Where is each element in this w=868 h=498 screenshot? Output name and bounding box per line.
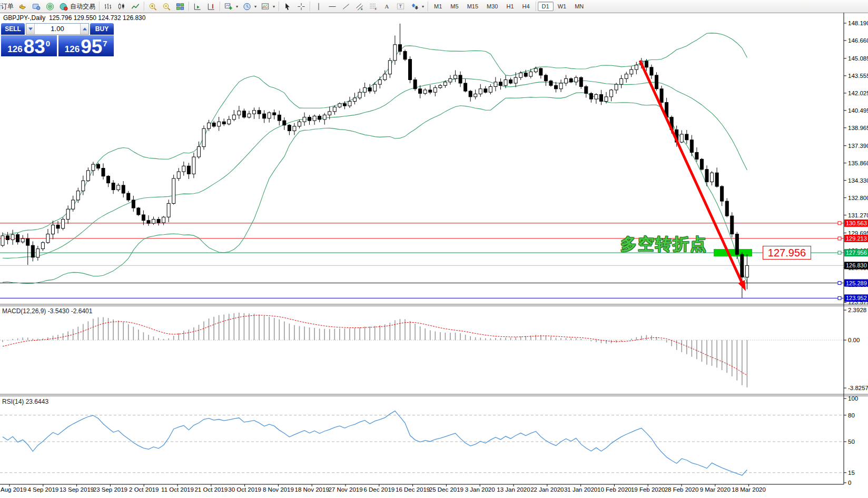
svg-text:132.800: 132.800 [848, 195, 868, 201]
svg-text:2.3928: 2.3928 [848, 307, 866, 313]
svg-text:2 Oct 2019: 2 Oct 2019 [129, 486, 159, 493]
svg-text:31 Jan 2020: 31 Jan 2020 [564, 486, 597, 493]
buy-price-pip: 7 [103, 39, 107, 47]
svg-text:18 Mar 2020: 18 Mar 2020 [732, 486, 766, 493]
highlight-rectangle[interactable] [714, 249, 752, 256]
trend-arrow[interactable] [640, 61, 746, 291]
svg-text:13 Jan 2020: 13 Jan 2020 [497, 486, 530, 493]
sell-price-display[interactable]: 126 83 0 [1, 35, 57, 56]
svg-text:126.830: 126.830 [846, 262, 867, 268]
svg-text:140.495: 140.495 [848, 107, 868, 114]
svg-text:15: 15 [848, 470, 855, 476]
volume-value[interactable]: 1.00 [35, 24, 80, 34]
sell-price-prefix: 126 [7, 45, 22, 54]
svg-text:11 Oct 2019: 11 Oct 2019 [161, 486, 194, 493]
turning-point-annotation[interactable]: 多空转折点 [620, 233, 715, 255]
svg-text:16 Dec 2019: 16 Dec 2019 [396, 486, 430, 493]
macd-label: MACD(12,26,9) -3.5430 -2.6401 [2, 307, 92, 315]
time-axis[interactable]: 26 Aug 20194 Sep 201913 Sep 201923 Sep 2… [0, 484, 766, 493]
volume-stepper: 1.00 [26, 23, 89, 35]
buy-price-display[interactable]: 126 95 7 [58, 35, 114, 56]
volume-increase-button[interactable] [80, 24, 88, 34]
svg-text:22 Jan 2020: 22 Jan 2020 [530, 486, 564, 493]
svg-text:127.956: 127.956 [846, 250, 867, 256]
svg-text:30 Oct 2019: 30 Oct 2019 [228, 486, 261, 493]
svg-text:23 Sep 2019: 23 Sep 2019 [93, 486, 127, 493]
buy-price-prefix: 126 [65, 45, 80, 54]
svg-text:19 Feb 2020: 19 Feb 2020 [631, 486, 665, 493]
svg-text:8 Nov 2019: 8 Nov 2019 [263, 486, 294, 493]
rsi-indicator [0, 411, 844, 475]
svg-text:129.213: 129.213 [846, 235, 867, 242]
volume-decrease-button[interactable] [26, 24, 35, 34]
svg-text:143.555: 143.555 [848, 73, 868, 79]
buy-button[interactable]: BUY [90, 23, 114, 35]
sell-button[interactable]: SELL [1, 23, 25, 35]
svg-text:145.085: 145.085 [848, 55, 868, 62]
triangle-down-icon [28, 28, 33, 31]
buy-price-main: 95 [81, 38, 102, 55]
svg-text:10 Feb 2020: 10 Feb 2020 [597, 486, 632, 493]
svg-text:18 Nov 2019: 18 Nov 2019 [295, 486, 329, 493]
rsi-label: RSI(14) 23.6443 [2, 398, 48, 405]
svg-text:100: 100 [848, 395, 858, 402]
svg-text:125.289: 125.289 [846, 280, 867, 286]
sell-price-pip: 0 [46, 39, 50, 47]
svg-text:26 Aug 2019: 26 Aug 2019 [0, 486, 26, 493]
mt4-terminal: { "toolbar": { "order_label": "新订单", "au… [0, 0, 868, 498]
sell-price-main: 83 [24, 38, 45, 55]
svg-text:148.190: 148.190 [848, 20, 868, 26]
svg-text:0: 0 [848, 480, 851, 486]
svg-text:135.860: 135.860 [848, 160, 868, 166]
svg-text:28 Feb 2020: 28 Feb 2020 [665, 486, 699, 493]
candlestick-series[interactable] [1, 24, 748, 298]
macd-indicator [0, 313, 844, 387]
svg-text:4 Sep 2019: 4 Sep 2019 [27, 486, 58, 493]
svg-text:0.00: 0.00 [848, 337, 860, 343]
svg-text:25 Dec 2019: 25 Dec 2019 [429, 486, 463, 493]
svg-text:21 Oct 2019: 21 Oct 2019 [194, 486, 228, 493]
svg-text:138.965: 138.965 [848, 125, 868, 131]
svg-text:27 Nov 2019: 27 Nov 2019 [328, 486, 362, 493]
svg-text:80: 80 [848, 412, 855, 419]
svg-text:9 Mar 2020: 9 Mar 2020 [700, 486, 731, 493]
svg-text:130.563: 130.563 [846, 220, 867, 226]
svg-text:142.025: 142.025 [848, 90, 868, 96]
svg-text:137.390: 137.390 [848, 143, 868, 149]
chart-area[interactable]: 148.190146.660145.085143.555142.025140.4… [0, 0, 868, 498]
svg-text:131.270: 131.270 [848, 212, 868, 218]
svg-text:146.660: 146.660 [848, 37, 868, 44]
triangle-up-icon [83, 28, 87, 31]
svg-text:-3.8257: -3.8257 [848, 385, 868, 391]
svg-text:3 Jan 2020: 3 Jan 2020 [465, 486, 495, 493]
svg-text:123.952: 123.952 [846, 295, 867, 301]
one-click-trading-panel: SELL 1.00 BUY 126 83 0 126 95 7 [1, 23, 114, 56]
svg-text:6 Dec 2019: 6 Dec 2019 [363, 486, 394, 493]
svg-text:50: 50 [848, 439, 855, 445]
price-callout-box[interactable]: 127.956 [763, 246, 811, 260]
svg-text:13 Sep 2019: 13 Sep 2019 [60, 486, 94, 493]
svg-text:134.330: 134.330 [848, 177, 868, 184]
